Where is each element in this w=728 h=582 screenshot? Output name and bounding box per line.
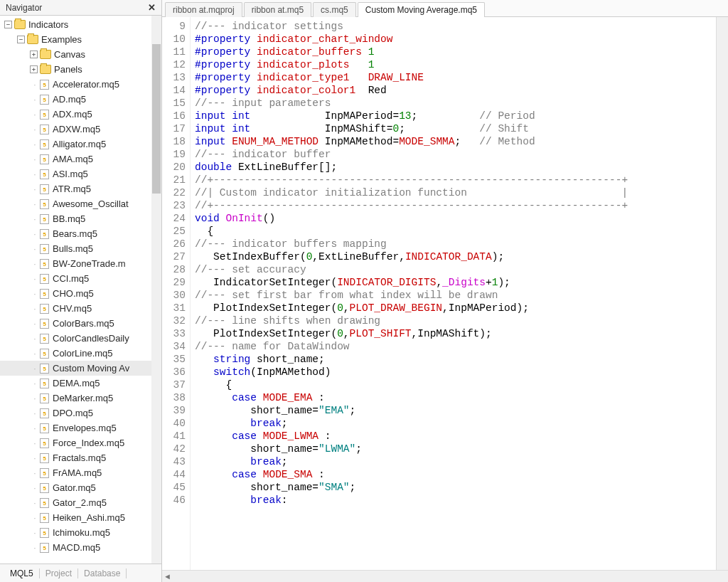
code-line[interactable]: SetIndexBuffer(0,ExtLineBuffer,INDICATOR… <box>195 250 713 263</box>
code-line[interactable]: #property indicator_type1 DRAW_LINE <box>195 71 713 84</box>
tree-row[interactable]: ·ColorCandlesDaily <box>0 331 151 346</box>
tree-row[interactable]: ·DeMarker.mq5 <box>0 391 151 406</box>
scrollbar-thumb[interactable] <box>152 44 161 194</box>
tree-row[interactable]: −Indicators <box>0 17 151 32</box>
code-line[interactable]: //| Custom indicator initialization func… <box>195 186 713 199</box>
tree-row[interactable]: ·Force_Index.mq5 <box>0 435 151 450</box>
tree-row[interactable]: ·ColorBars.mq5 <box>0 316 151 331</box>
tree-row[interactable]: ·ATR.mq5 <box>0 181 151 196</box>
folder-icon <box>40 65 51 74</box>
tree-row[interactable]: ·Awesome_Oscillat <box>0 196 151 211</box>
expand-icon[interactable]: + <box>30 65 38 73</box>
tree-row[interactable]: ·ASI.mq5 <box>0 166 151 181</box>
code-line[interactable]: //--- set accuracy <box>195 263 713 276</box>
scroll-left-icon[interactable]: ◄ <box>164 572 171 581</box>
tree-row[interactable]: ·CHV.mq5 <box>0 301 151 316</box>
tree-row[interactable]: ·ColorLine.mq5 <box>0 346 151 361</box>
code-line[interactable]: //--- indicator buffers mapping <box>195 238 713 250</box>
code-line[interactable]: //--- indicator settings <box>195 20 713 33</box>
tree-row[interactable]: −Examples <box>0 32 151 47</box>
editor-tab[interactable]: Custom Moving Average.mq5 <box>358 2 485 17</box>
tree-row[interactable]: ·Gator.mq5 <box>0 480 151 495</box>
code-line[interactable]: //--- set first bar from what index will… <box>195 289 713 302</box>
code-line[interactable]: //--- indicator buffer <box>195 148 713 161</box>
navigator-bottom-tab[interactable]: Database <box>78 568 127 578</box>
editor-tab[interactable]: cs.mq5 <box>313 2 356 17</box>
tree-row[interactable]: ·Bulls.mq5 <box>0 241 151 256</box>
tree-row[interactable]: ·Heiken_Ashi.mq5 <box>0 510 151 525</box>
code-line[interactable]: break; <box>195 417 713 430</box>
collapse-icon[interactable]: − <box>17 36 25 43</box>
code-line[interactable]: #property indicator_color1 Red <box>195 84 713 97</box>
tree-row[interactable]: ·CCI.mq5 <box>0 271 151 286</box>
tree-row[interactable]: ·ADX.mq5 <box>0 107 151 122</box>
code-line[interactable]: switch(InpMAMethod) <box>195 366 713 379</box>
code-line[interactable]: { <box>195 225 713 238</box>
code-line[interactable]: #property indicator_plots 1 <box>195 58 713 71</box>
tree-label: Indicators <box>28 19 68 30</box>
tree-row[interactable]: ·Alligator.mq5 <box>0 137 151 152</box>
code-line[interactable]: PlotIndexSetInteger(0,PLOT_DRAW_BEGIN,In… <box>195 302 713 314</box>
horizontal-scrollbar[interactable]: ◄ <box>162 570 728 582</box>
collapse-icon[interactable]: − <box>4 21 12 28</box>
tree-row[interactable]: ·Fractals.mq5 <box>0 450 151 465</box>
tree-row[interactable]: ·CHO.mq5 <box>0 286 151 301</box>
mq5-file-icon <box>40 199 49 209</box>
tree-label: Gator.mq5 <box>53 482 96 493</box>
tree-row[interactable]: +Panels <box>0 62 151 77</box>
navigator-bottom-tab[interactable]: MQL5 <box>4 568 40 578</box>
code-line[interactable]: case MODE_SMA : <box>195 468 713 481</box>
expand-icon[interactable]: + <box>30 51 38 58</box>
code-line[interactable]: //+-------------------------------------… <box>195 199 713 212</box>
code-line[interactable]: short_name="SMA"; <box>195 481 713 494</box>
tree-row[interactable]: ·AMA.mq5 <box>0 152 151 166</box>
tree-row[interactable]: ·Envelopes.mq5 <box>0 420 151 435</box>
code-area[interactable]: 9101112131415161718192021222324252627282… <box>162 17 728 570</box>
code-line[interactable]: case MODE_EMA : <box>195 391 713 404</box>
tree-connector: · <box>30 139 40 149</box>
code-line[interactable]: IndicatorSetInteger(INDICATOR_DIGITS,_Di… <box>195 276 713 289</box>
tree-row[interactable]: ·Accelerator.mq5 <box>0 77 151 92</box>
editor-tab[interactable]: ribbon at.mqproj <box>165 2 242 17</box>
code-line[interactable]: #property indicator_buffers 1 <box>195 46 713 58</box>
code-line[interactable]: //+-------------------------------------… <box>195 174 713 186</box>
code-line[interactable]: string short_name; <box>195 353 713 366</box>
code-line[interactable]: break; <box>195 455 713 468</box>
navigator-bottom-tab[interactable]: Project <box>40 568 78 578</box>
code-line[interactable]: #property indicator_chart_window <box>195 33 713 46</box>
close-icon[interactable]: ✕ <box>145 2 159 13</box>
code-line[interactable]: short_name="LWMA"; <box>195 443 713 455</box>
tree-row[interactable]: ·MACD.mq5 <box>0 540 151 555</box>
code-line[interactable]: //--- input parameters <box>195 97 713 110</box>
code-line[interactable]: //--- name for DataWindow <box>195 340 713 353</box>
tree-row[interactable]: +Canvas <box>0 47 151 62</box>
tree-row[interactable]: ·FrAMA.mq5 <box>0 465 151 480</box>
code-line[interactable]: input int InpMAShift=0; // Shift <box>195 122 713 135</box>
tree-row[interactable]: ·Custom Moving Av <box>0 361 151 376</box>
tree-row[interactable]: ·ADXW.mq5 <box>0 122 151 137</box>
code-content[interactable]: //--- indicator settings#property indica… <box>191 17 716 570</box>
tree-row[interactable]: ·BW-ZoneTrade.m <box>0 256 151 271</box>
vertical-scrollbar[interactable] <box>716 17 728 570</box>
tree-row[interactable]: ·Bears.mq5 <box>0 226 151 241</box>
code-line[interactable]: //--- line shifts when drawing <box>195 314 713 327</box>
code-line[interactable]: { <box>195 379 713 391</box>
code-line[interactable]: case MODE_LWMA : <box>195 430 713 443</box>
tree-row[interactable]: ·DPO.mq5 <box>0 406 151 420</box>
vertical-scrollbar[interactable] <box>151 16 161 564</box>
code-line[interactable]: double ExtLineBuffer[]; <box>195 161 713 174</box>
code-line[interactable]: void OnInit() <box>195 212 713 225</box>
tree-row[interactable]: ·Ichimoku.mq5 <box>0 525 151 540</box>
navigator-tree[interactable]: −Indicators−Examples+Canvas+Panels·Accel… <box>0 16 151 564</box>
editor-tab[interactable]: ribbon at.mq5 <box>244 2 311 17</box>
tree-row[interactable]: ·DEMA.mq5 <box>0 376 151 391</box>
tree-row[interactable]: ·BB.mq5 <box>0 211 151 226</box>
code-line[interactable]: PlotIndexSetInteger(0,PLOT_SHIFT,InpMASh… <box>195 327 713 340</box>
code-line[interactable]: short_name="EMA"; <box>195 404 713 417</box>
tree-label: Force_Index.mq5 <box>53 438 124 448</box>
tree-row[interactable]: ·Gator_2.mq5 <box>0 495 151 510</box>
code-line[interactable]: break: <box>195 494 713 507</box>
code-line[interactable]: input int InpMAPeriod=13; // Period <box>195 110 713 122</box>
code-line[interactable]: input ENUM_MA_METHOD InpMAMethod=MODE_SM… <box>195 135 713 148</box>
tree-row[interactable]: ·AD.mq5 <box>0 92 151 107</box>
